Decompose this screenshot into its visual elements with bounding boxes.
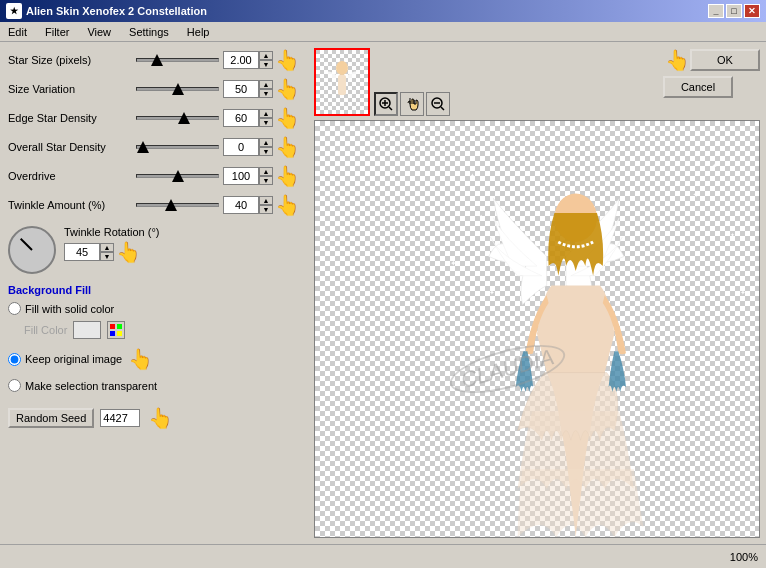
svg-rect-3 [117, 331, 122, 336]
title-bar: ★ Alien Skin Xenofex 2 Constellation _ □… [0, 0, 766, 22]
zoom-out-icon [430, 96, 446, 112]
edge-star-density-value-col: ▲ ▼ 👆 [223, 106, 300, 130]
overdrive-input[interactable] [223, 167, 259, 185]
menu-view[interactable]: View [83, 25, 115, 39]
svg-text:✦: ✦ [730, 232, 735, 238]
random-seed-button[interactable]: Random Seed [8, 408, 94, 428]
menu-settings[interactable]: Settings [125, 25, 173, 39]
overdrive-down[interactable]: ▼ [259, 176, 273, 185]
fill-color-label: Fill Color [24, 324, 67, 336]
random-seed-hand-icon: 👆 [148, 406, 173, 430]
star-size-slider[interactable] [136, 58, 219, 62]
fill-solid-row: Fill with solid color [8, 302, 300, 315]
twinkle-amount-input-wrap: ▲ ▼ [223, 196, 273, 214]
menu-help[interactable]: Help [183, 25, 214, 39]
action-buttons: 👆 OK Cancel [663, 48, 760, 98]
ok-hand-icon: 👆 [665, 48, 690, 72]
hand-tool[interactable] [400, 92, 424, 116]
edge-star-density-spinners: ▲ ▼ [259, 109, 273, 127]
edge-star-density-down[interactable]: ▼ [259, 118, 273, 127]
keep-original-row: Keep original image 👆 [8, 347, 300, 371]
status-bar: 100% [0, 544, 766, 568]
random-seed-input[interactable] [100, 409, 140, 427]
fill-color-picker-button[interactable] [107, 321, 125, 339]
keep-original-radio[interactable] [8, 353, 21, 366]
twinkle-rotation-hand-icon: 👆 [116, 240, 141, 264]
close-button[interactable]: ✕ [744, 4, 760, 18]
zoom-in-tool[interactable] [374, 92, 398, 116]
twinkle-rotation-input-wrap: ▲ ▼ [64, 243, 114, 261]
maximize-button[interactable]: □ [726, 4, 742, 18]
edge-star-density-hand-icon: 👆 [275, 106, 300, 130]
overdrive-spinners: ▲ ▼ [259, 167, 273, 185]
overall-star-density-slider-col [136, 138, 219, 156]
edge-star-density-input[interactable] [223, 109, 259, 127]
overall-star-density-row: Overall Star Density ▲ ▼ 👆 [8, 135, 300, 159]
twinkle-amount-row: Twinkle Amount (%) ▲ ▼ 👆 [8, 193, 300, 217]
cancel-button[interactable]: Cancel [663, 76, 733, 98]
twinkle-rotation-down[interactable]: ▼ [100, 252, 114, 261]
edge-star-density-label: Edge Star Density [8, 112, 136, 124]
overdrive-slider[interactable] [136, 174, 219, 178]
size-variation-down[interactable]: ▼ [259, 89, 273, 98]
window-title: Alien Skin Xenofex 2 Constellation [26, 5, 207, 17]
main-content: Star Size (pixels) ▲ ▼ 👆 Size Variation [0, 42, 766, 544]
menu-edit[interactable]: Edit [4, 25, 31, 39]
overdrive-up[interactable]: ▲ [259, 167, 273, 176]
edge-star-density-up[interactable]: ▲ [259, 109, 273, 118]
overall-star-density-down[interactable]: ▼ [259, 147, 273, 156]
twinkle-rotation-dial[interactable] [8, 226, 56, 274]
star-size-label: Star Size (pixels) [8, 54, 136, 66]
twinkle-amount-down[interactable]: ▼ [259, 205, 273, 214]
twinkle-amount-input[interactable] [223, 196, 259, 214]
edge-star-density-slider[interactable] [136, 116, 219, 120]
right-panel: 👆 OK Cancel [308, 42, 766, 544]
overall-star-density-up[interactable]: ▲ [259, 138, 273, 147]
menu-filter[interactable]: Filter [41, 25, 73, 39]
overdrive-input-wrap: ▲ ▼ [223, 167, 273, 185]
size-variation-up[interactable]: ▲ [259, 80, 273, 89]
twinkle-rotation-input[interactable] [64, 243, 100, 261]
zoom-in-icon [378, 96, 394, 112]
svg-text:✦: ✦ [518, 329, 523, 335]
ok-button[interactable]: OK [690, 49, 760, 71]
size-variation-slider[interactable] [136, 87, 219, 91]
preview-thumbnail[interactable] [314, 48, 370, 116]
background-fill-title: Background Fill [8, 284, 300, 296]
app-icon: ★ [6, 3, 22, 19]
star-size-hand-icon: 👆 [275, 48, 300, 72]
twinkle-amount-up[interactable]: ▲ [259, 196, 273, 205]
edge-star-density-input-wrap: ▲ ▼ [223, 109, 273, 127]
overall-star-density-slider[interactable] [136, 145, 219, 149]
random-seed-row: Random Seed 👆 [8, 406, 300, 430]
star-size-input-wrap: ▲ ▼ [223, 51, 273, 69]
twinkle-rotation-controls: Twinkle Rotation (°) ▲ ▼ 👆 [64, 226, 160, 264]
preview-canvas[interactable]: ✦ ✦ ✦ ✦ ✦ ✦ ✦ ✦ ✦ ✦ ✦ ✦ CLAUDIA [314, 120, 760, 538]
preview-image: ✦ ✦ ✦ ✦ ✦ ✦ ✦ ✦ ✦ ✦ ✦ ✦ [315, 121, 759, 537]
zoom-out-tool[interactable] [426, 92, 450, 116]
twinkle-amount-slider[interactable] [136, 203, 219, 207]
minimize-button[interactable]: _ [708, 4, 724, 18]
star-size-up[interactable]: ▲ [259, 51, 273, 60]
keep-original-hand-icon: 👆 [128, 347, 153, 371]
star-size-input[interactable] [223, 51, 259, 69]
svg-line-13 [389, 107, 392, 110]
star-size-value-col: ▲ ▼ 👆 [223, 48, 300, 72]
size-variation-input-wrap: ▲ ▼ [223, 80, 273, 98]
overall-star-density-spinners: ▲ ▼ [259, 138, 273, 156]
twinkle-rotation-up[interactable]: ▲ [100, 243, 114, 252]
star-size-spinners: ▲ ▼ [259, 51, 273, 69]
fill-color-swatch[interactable] [73, 321, 101, 339]
overall-star-density-input[interactable] [223, 138, 259, 156]
fill-solid-radio[interactable] [8, 302, 21, 315]
tool-row [374, 92, 450, 116]
size-variation-input[interactable] [223, 80, 259, 98]
twinkle-amount-spinners: ▲ ▼ [259, 196, 273, 214]
svg-rect-11 [338, 75, 346, 95]
overall-star-density-value-col: ▲ ▼ 👆 [223, 135, 300, 159]
keep-original-label: Keep original image [25, 353, 122, 365]
menu-bar: Edit Filter View Settings Help [0, 22, 766, 42]
star-size-down[interactable]: ▼ [259, 60, 273, 69]
twinkle-amount-value-col: ▲ ▼ 👆 [223, 193, 300, 217]
make-transparent-radio[interactable] [8, 379, 21, 392]
